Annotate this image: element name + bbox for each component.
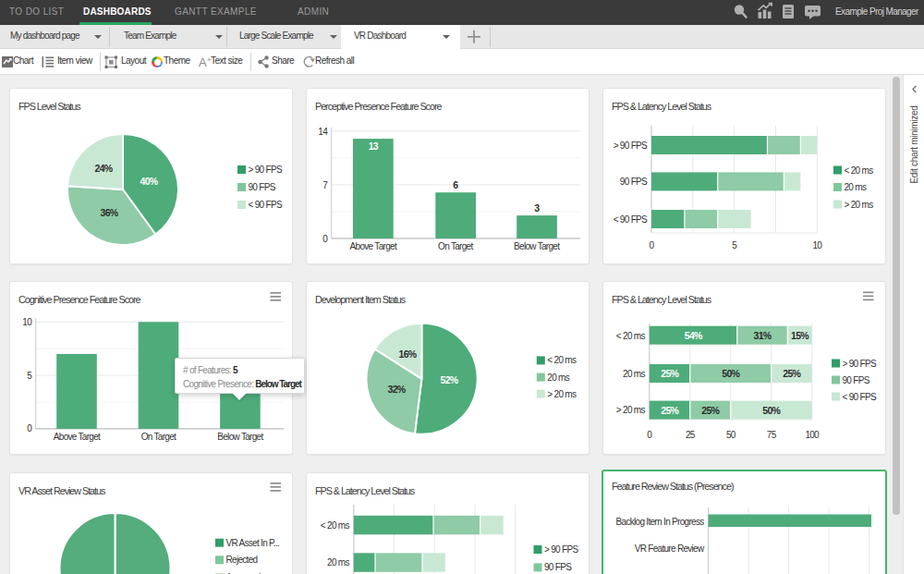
svg-text:> 90 FPS: > 90 FPS <box>843 359 877 369</box>
svg-text:> 20 ms: > 20 ms <box>547 389 577 399</box>
svg-text:15%: 15% <box>791 330 809 341</box>
svg-text:50%: 50% <box>762 405 781 416</box>
svg-text:90 FPS: 90 FPS <box>544 562 572 572</box>
svg-text:54%: 54% <box>685 330 703 341</box>
svg-text:< 20 ms: < 20 ms <box>547 355 577 365</box>
svg-text:VR Asset In P...: VR Asset In P... <box>226 538 280 548</box>
svg-text:Backlog Item In Progress: Backlog Item In Progress <box>616 517 705 527</box>
svg-text:75: 75 <box>767 430 777 440</box>
svg-text:31%: 31% <box>754 330 772 341</box>
svg-text:> 20 ms: > 20 ms <box>616 405 646 415</box>
svg-text:Below Target: Below Target <box>217 432 263 442</box>
svg-text:50%: 50% <box>722 368 740 379</box>
svg-text:A: A <box>199 55 207 69</box>
svg-text:< 20 ms: < 20 ms <box>845 165 874 176</box>
svg-text:32%: 32% <box>388 384 407 395</box>
svg-text:14: 14 <box>318 127 328 137</box>
svg-text:On Target: On Target <box>141 432 176 442</box>
svg-text:5: 5 <box>27 371 32 381</box>
svg-text:< 90 FPS: < 90 FPS <box>614 214 648 225</box>
svg-text:5: 5 <box>732 240 737 250</box>
svg-text:0: 0 <box>27 423 32 434</box>
svg-text:< 90 FPS: < 90 FPS <box>843 392 877 402</box>
svg-text:90 FPS: 90 FPS <box>620 177 648 187</box>
svg-text:13: 13 <box>369 140 379 152</box>
svg-text:20 ms: 20 ms <box>623 369 645 379</box>
svg-text:25%: 25% <box>661 368 679 379</box>
svg-text:< 20 ms: < 20 ms <box>321 520 350 531</box>
svg-text:20 ms: 20 ms <box>547 372 569 383</box>
svg-text:Rejected: Rejected <box>226 555 258 565</box>
svg-text:10: 10 <box>812 240 822 250</box>
svg-text:52%: 52% <box>441 374 459 385</box>
svg-text:24%: 24% <box>95 163 114 174</box>
svg-text:> 20 ms: > 20 ms <box>845 200 874 210</box>
svg-text:0: 0 <box>322 234 328 244</box>
svg-text:< 20 ms: < 20 ms <box>616 331 646 341</box>
svg-text:25%: 25% <box>701 405 720 416</box>
svg-text:40%: 40% <box>140 176 159 187</box>
svg-text:Above Target: Above Target <box>54 432 101 442</box>
svg-text:On Target: On Target <box>438 241 473 251</box>
svg-text:50: 50 <box>726 430 736 440</box>
svg-text:100: 100 <box>805 430 820 440</box>
svg-text:> 90 FPS: > 90 FPS <box>249 165 283 175</box>
svg-text:Below Target: Below Target <box>514 241 560 251</box>
svg-text:25%: 25% <box>783 368 801 379</box>
svg-text:< 90 FPS: < 90 FPS <box>249 200 283 210</box>
svg-text:> 90 FPS: > 90 FPS <box>544 544 578 555</box>
svg-text:20 ms: 20 ms <box>845 182 867 192</box>
svg-text:Above Target: Above Target <box>350 241 397 251</box>
svg-text:7: 7 <box>322 180 328 190</box>
svg-text:0: 0 <box>647 430 652 440</box>
svg-text:VR Feature Review: VR Feature Review <box>635 543 705 554</box>
svg-text:6: 6 <box>453 179 458 190</box>
svg-text:16%: 16% <box>399 348 418 360</box>
svg-text:36%: 36% <box>101 207 119 218</box>
svg-text:> 90 FPS: > 90 FPS <box>614 140 648 151</box>
svg-text:25: 25 <box>686 430 696 440</box>
svg-text:0: 0 <box>650 240 655 250</box>
svg-text:3: 3 <box>534 202 540 214</box>
svg-text:10: 10 <box>22 317 32 327</box>
svg-text:20 ms: 20 ms <box>327 557 349 568</box>
svg-text:90 FPS: 90 FPS <box>843 375 870 385</box>
svg-text:90 FPS: 90 FPS <box>249 182 276 192</box>
svg-text:25%: 25% <box>661 405 679 416</box>
